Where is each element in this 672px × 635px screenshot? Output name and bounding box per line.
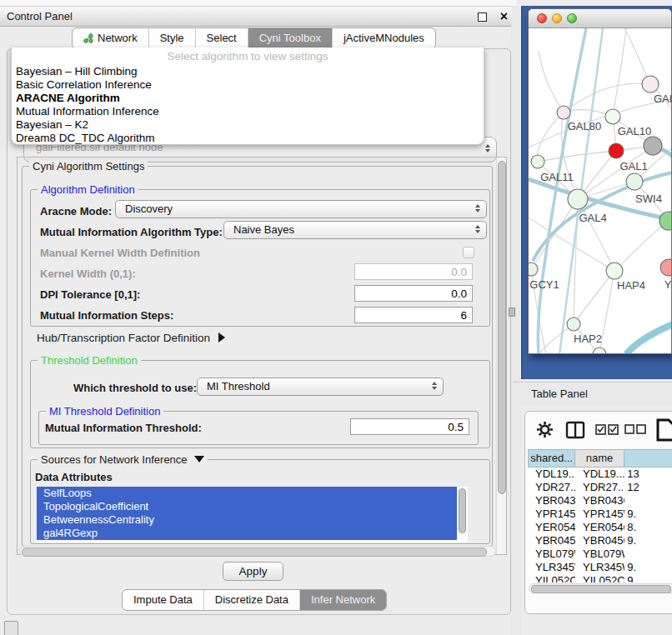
algorithm-option[interactable]: Bayesian – K2 <box>16 118 479 132</box>
table-cell: YDR27... <box>575 481 624 494</box>
table-row[interactable]: YDL19...YDL19...13 <box>528 468 672 481</box>
network-window-titlebar[interactable] <box>529 9 671 28</box>
tab-style[interactable]: Style <box>149 28 196 48</box>
network-edge <box>613 28 626 117</box>
dpi-tolerance-field[interactable] <box>354 285 473 302</box>
kernel-width-field[interactable] <box>354 263 473 280</box>
network-node[interactable] <box>567 318 580 331</box>
table-cell <box>624 494 672 508</box>
table-cell: YBR045C <box>575 534 624 548</box>
network-node[interactable] <box>626 173 643 190</box>
mi-threshold-definition-title: MI Threshold Definition <box>46 405 163 418</box>
algorithm-dropdown-placeholder: Select algorithm to view settings <box>12 50 484 62</box>
mi-steps-field[interactable] <box>354 307 473 323</box>
scrollbar-thumb[interactable] <box>498 161 506 494</box>
float-window-icon[interactable] <box>478 12 487 22</box>
control-panel-titlebar: Control Panel × <box>0 6 517 27</box>
network-node[interactable] <box>609 143 624 158</box>
minimize-traffic-icon[interactable] <box>552 13 562 23</box>
table-cell: 12 <box>624 481 672 494</box>
attribute-item[interactable]: SelfLoops <box>37 487 457 500</box>
tab-jactivemnodules[interactable]: jActiveMNodules <box>333 28 435 48</box>
data-attributes-list[interactable]: SelfLoopsTopologicalCoefficientBetweenne… <box>37 487 468 542</box>
panel-divider[interactable] <box>511 6 521 635</box>
divider-grip[interactable] <box>509 308 515 317</box>
table-cell: YBR045C <box>528 534 575 548</box>
tab-impute-data-label: Impute Data <box>133 590 193 610</box>
table-row[interactable]: YBL079WYBL079W <box>528 548 672 561</box>
tab-network[interactable]: Network <box>73 28 149 48</box>
gear-icon[interactable] <box>536 421 554 438</box>
table-row[interactable]: YIL052CYIL052C9. <box>528 574 672 582</box>
scrollbar-thumb[interactable] <box>531 585 671 593</box>
algorithm-option[interactable]: Dream8 DC_TDC Algorithm <box>16 132 479 145</box>
table-row[interactable]: YBR043CYBR043C <box>528 494 672 508</box>
table-cell: 9. <box>624 561 672 574</box>
close-icon[interactable]: × <box>500 8 508 26</box>
manual-kernel-width-checkbox[interactable] <box>463 247 474 258</box>
scrollbar-thumb[interactable] <box>22 548 487 557</box>
table-cell: YBL079W <box>528 548 575 561</box>
sources-title[interactable]: Sources for Network Inference <box>38 453 208 466</box>
network-edge <box>538 151 616 162</box>
which-threshold-select[interactable]: MI Threshold <box>197 378 444 396</box>
network-node[interactable] <box>660 259 672 276</box>
collapsed-panel-button[interactable] <box>4 621 18 635</box>
attribute-item[interactable]: BetweennessCentrality <box>37 513 457 527</box>
network-node[interactable] <box>606 262 623 279</box>
apply-button[interactable]: Apply <box>223 562 283 581</box>
column-header-shared[interactable]: shared... <box>528 449 574 468</box>
network-node[interactable] <box>605 109 620 124</box>
attribute-item[interactable]: TopologicalCoefficient <box>37 500 457 513</box>
network-node[interactable] <box>642 76 659 92</box>
table-row[interactable]: YER054CYER054C8. <box>528 521 672 534</box>
table-cell: 9. <box>624 534 672 548</box>
tab-discretize-data[interactable]: Discretize Data <box>204 590 300 610</box>
algorithm-option[interactable]: ARACNE Algorithm <box>16 92 479 105</box>
table-horizontal-scrollbar[interactable] <box>529 583 672 593</box>
network-node[interactable] <box>568 189 588 209</box>
mi-algorithm-type-select[interactable]: Naive Bayes <box>223 221 487 239</box>
table-row[interactable]: YLR345WYLR345W9. <box>528 561 672 574</box>
settings-vertical-scrollbar[interactable] <box>496 158 506 554</box>
aracne-mode-select[interactable]: Discovery <box>115 200 487 218</box>
table-cell: 9. <box>624 574 672 582</box>
table-cell: YDL19... <box>528 468 575 481</box>
close-traffic-icon[interactable] <box>537 13 547 23</box>
mi-threshold-field[interactable] <box>350 418 469 435</box>
tab-impute-data[interactable]: Impute Data <box>123 590 204 610</box>
algorithm-option[interactable]: Mutual Information Inference <box>16 105 479 118</box>
node-label: GAL1 <box>619 160 647 172</box>
file-icon[interactable] <box>656 418 672 442</box>
hub-definition-toggle[interactable]: Hub/Transcription Factor Definition <box>37 332 225 344</box>
network-canvas[interactable]: GAL80GAL10GALGAL1GAL11SWI4GAL4GCY1HAP4YH… <box>529 28 672 354</box>
scrollbar-thumb[interactable] <box>459 488 466 533</box>
network-node[interactable] <box>557 106 570 119</box>
network-node[interactable] <box>529 262 538 276</box>
table-row[interactable]: YDR27...YDR27...12 <box>528 481 672 494</box>
dpi-tolerance-label: DPI Tolerance [0,1]: <box>40 288 140 301</box>
unchecked-pair-icon[interactable] <box>624 424 646 434</box>
algorithm-option[interactable]: Bayesian – Hill Climbing <box>16 65 479 78</box>
which-threshold-label: Which threshold to use: <box>73 382 197 394</box>
column-header-name[interactable]: name <box>574 449 624 468</box>
network-view-window[interactable]: GAL80GAL10GALGAL1GAL11SWI4GAL4GCY1HAP4YH… <box>528 8 672 354</box>
algorithm-dropdown: Select algorithm to view settings Bayesi… <box>11 48 484 145</box>
aracne-mode-label: Aracne Mode: <box>40 205 112 218</box>
network-node[interactable] <box>644 137 662 155</box>
tab-cyni-toolbox-label: Cyni Toolbox <box>259 28 321 48</box>
tab-infer-network[interactable]: Infer Network <box>300 590 386 610</box>
table-row[interactable]: YBR045CYBR045C9. <box>528 534 672 548</box>
checked-pair-icon[interactable] <box>595 424 619 435</box>
settings-horizontal-scrollbar[interactable] <box>19 546 496 557</box>
attribute-item[interactable]: gal4RGexp <box>37 527 457 540</box>
split-view-icon[interactable] <box>565 421 585 439</box>
zoom-traffic-icon[interactable] <box>567 13 577 23</box>
column-header-third[interactable] <box>624 449 672 468</box>
tab-select[interactable]: Select <box>196 28 248 48</box>
algorithm-option[interactable]: Basic Correlation Inference <box>16 78 479 92</box>
table-row[interactable]: YPR145WYPR145W9. <box>528 508 672 521</box>
network-node[interactable] <box>531 155 544 168</box>
list-scrollbar[interactable] <box>458 487 468 542</box>
tab-cyni-toolbox[interactable]: Cyni Toolbox <box>248 28 333 48</box>
